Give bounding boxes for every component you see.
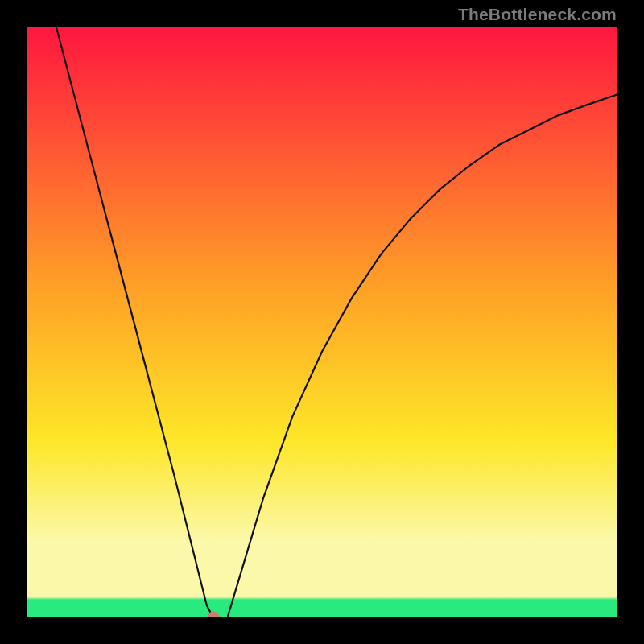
watermark-text: TheBottleneck.com	[458, 5, 617, 24]
chart-frame: TheBottleneck.com	[0, 0, 644, 644]
plot-area	[27, 27, 617, 617]
bottleneck-curve	[56, 27, 617, 617]
curve-svg	[27, 27, 617, 617]
